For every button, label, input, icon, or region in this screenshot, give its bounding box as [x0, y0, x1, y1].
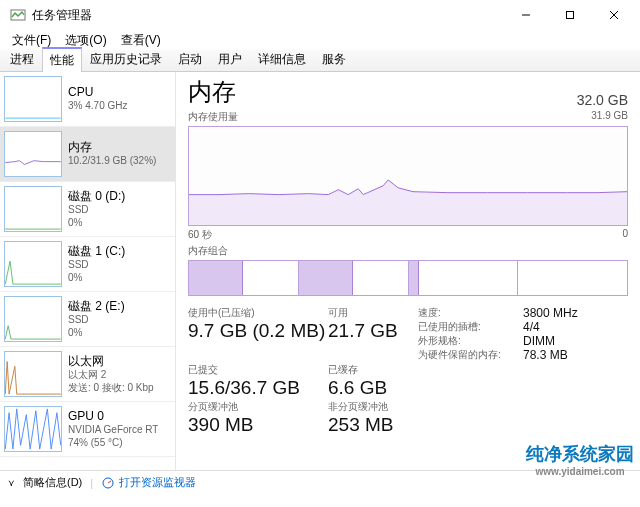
main-panel: 内存 32.0 GB 内存使用量 31.9 GB 60 秒 0 内存组合 使用中… — [176, 72, 640, 470]
sidebar-detail: SSD — [68, 204, 125, 217]
memory-composition-chart — [188, 260, 628, 296]
svg-line-7 — [108, 481, 111, 483]
reserved-label: 为硬件保留的内存: — [418, 348, 523, 362]
monitor-icon — [101, 476, 115, 490]
tab-processes[interactable]: 进程 — [2, 47, 42, 71]
sidebar-detail: 3% 4.70 GHz — [68, 100, 127, 113]
tabbar: 进程 性能 应用历史记录 启动 用户 详细信息 服务 — [0, 50, 640, 72]
sidebar-label: GPU 0 — [68, 409, 158, 424]
sidebar-label: 磁盘 2 (E:) — [68, 299, 125, 314]
speed-label: 速度: — [418, 306, 523, 320]
disk-thumb-icon — [4, 186, 62, 232]
cached-label: 已缓存 — [328, 363, 418, 377]
disk-thumb-icon — [4, 241, 62, 287]
tab-services[interactable]: 服务 — [314, 47, 354, 71]
sidebar-detail: 以太网 2 — [68, 369, 154, 382]
sidebar: CPU3% 4.70 GHz 内存10.2/31.9 GB (32%) 磁盘 0… — [0, 72, 176, 470]
sidebar-label: CPU — [68, 85, 127, 100]
sidebar-detail: SSD — [68, 314, 125, 327]
sidebar-detail: 10.2/31.9 GB (32%) — [68, 155, 156, 168]
avail-value: 21.7 GB — [328, 320, 418, 342]
chevron-down-icon[interactable]: ⋎ — [8, 478, 15, 488]
sidebar-item-disk1[interactable]: 磁盘 1 (C:)SSD0% — [0, 237, 175, 292]
memory-usage-chart — [188, 126, 628, 226]
maximize-button[interactable] — [548, 0, 592, 30]
nonpaged-value: 253 MB — [328, 414, 418, 436]
memory-thumb-icon — [4, 131, 62, 177]
slots-value: 4/4 — [523, 320, 613, 334]
usage-max: 31.9 GB — [591, 110, 628, 124]
commit-value: 15.6/36.7 GB — [188, 377, 328, 399]
inuse-value: 9.7 GB (0.2 MB) — [188, 320, 328, 342]
net-thumb-icon — [4, 351, 62, 397]
sidebar-item-disk0[interactable]: 磁盘 0 (D:)SSD0% — [0, 182, 175, 237]
gpu-thumb-icon — [4, 406, 62, 452]
sidebar-item-gpu[interactable]: GPU 0NVIDIA GeForce RT74% (55 °C) — [0, 402, 175, 457]
close-button[interactable] — [592, 0, 636, 30]
sidebar-detail2: 0% — [68, 327, 125, 340]
memory-total: 32.0 GB — [577, 92, 628, 108]
sidebar-detail2: 74% (55 °C) — [68, 437, 158, 450]
tab-performance[interactable]: 性能 — [42, 47, 82, 72]
form-value: DIMM — [523, 334, 613, 348]
tab-apphistory[interactable]: 应用历史记录 — [82, 47, 170, 71]
paged-label: 分页缓冲池 — [188, 400, 328, 414]
cpu-thumb-icon — [4, 76, 62, 122]
speed-value: 3800 MHz — [523, 306, 613, 320]
sidebar-item-ethernet[interactable]: 以太网以太网 2发送: 0 接收: 0 Kbp — [0, 347, 175, 402]
sidebar-detail: NVIDIA GeForce RT — [68, 424, 158, 437]
statusbar: ⋎ 简略信息(D) | 打开资源监视器 — [0, 470, 640, 494]
svg-marker-5 — [189, 180, 627, 225]
brief-info-link[interactable]: 简略信息(D) — [23, 475, 82, 490]
tab-startup[interactable]: 启动 — [170, 47, 210, 71]
sidebar-label: 以太网 — [68, 354, 154, 369]
sidebar-label: 内存 — [68, 140, 156, 155]
tab-details[interactable]: 详细信息 — [250, 47, 314, 71]
form-label: 外形规格: — [418, 334, 523, 348]
tab-users[interactable]: 用户 — [210, 47, 250, 71]
sidebar-label: 磁盘 1 (C:) — [68, 244, 125, 259]
titlebar: 任务管理器 — [0, 0, 640, 30]
inuse-label: 使用中(已压缩) — [188, 306, 328, 320]
avail-label: 可用 — [328, 306, 418, 320]
paged-value: 390 MB — [188, 414, 328, 436]
sidebar-label: 磁盘 0 (D:) — [68, 189, 125, 204]
chart-tick-left: 60 秒 — [188, 228, 212, 242]
composition-label: 内存组合 — [188, 244, 228, 258]
cached-value: 6.6 GB — [328, 377, 418, 399]
usage-label: 内存使用量 — [188, 110, 238, 124]
sidebar-item-disk2[interactable]: 磁盘 2 (E:)SSD0% — [0, 292, 175, 347]
sidebar-detail2: 发送: 0 接收: 0 Kbp — [68, 382, 154, 395]
app-icon — [10, 7, 26, 23]
sidebar-detail2: 0% — [68, 272, 125, 285]
page-title: 内存 — [188, 76, 236, 108]
sidebar-item-cpu[interactable]: CPU3% 4.70 GHz — [0, 72, 175, 127]
nonpaged-label: 非分页缓冲池 — [328, 400, 418, 414]
sidebar-detail2: 0% — [68, 217, 125, 230]
sidebar-detail: SSD — [68, 259, 125, 272]
open-resource-monitor-link[interactable]: 打开资源监视器 — [101, 475, 196, 490]
minimize-button[interactable] — [504, 0, 548, 30]
window-title: 任务管理器 — [32, 7, 92, 24]
commit-label: 已提交 — [188, 363, 328, 377]
chart-tick-right: 0 — [622, 228, 628, 242]
reserved-value: 78.3 MB — [523, 348, 613, 362]
sidebar-item-memory[interactable]: 内存10.2/31.9 GB (32%) — [0, 127, 175, 182]
slots-label: 已使用的插槽: — [418, 320, 523, 334]
disk-thumb-icon — [4, 296, 62, 342]
svg-rect-2 — [567, 12, 574, 19]
